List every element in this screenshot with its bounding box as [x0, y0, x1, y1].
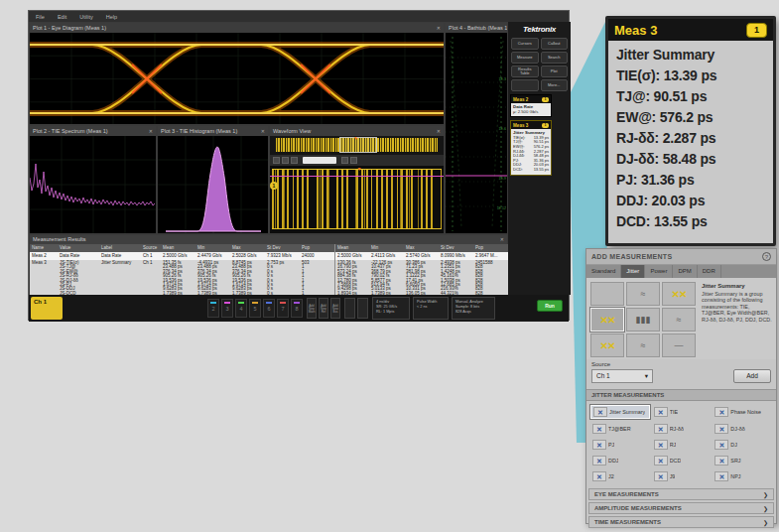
- table-row[interactable]: Meas 3JS-TIE(σ) JS-TJ@ JS-EW@ JS-RJ-δδ J…: [30, 260, 507, 296]
- toolbar-button[interactable]: [341, 157, 348, 164]
- close-icon[interactable]: ✕: [437, 126, 441, 136]
- close-icon[interactable]: ✕: [149, 126, 153, 136]
- add-new-math-button[interactable]: Add New Math: [307, 298, 317, 319]
- plot-title-bar[interactable]: Plot 1 - Eye Diagram (Meas 1) ✕: [30, 23, 444, 33]
- thumbnail-tile[interactable]: ≈: [662, 308, 696, 332]
- toolbar-button[interactable]: [291, 157, 298, 164]
- toolbar-button[interactable]: [282, 157, 289, 164]
- meas-item-dcd[interactable]: ✕DCD: [652, 455, 712, 466]
- channel-1-badge[interactable]: Ch 1: [31, 297, 63, 320]
- svg-text:1E-3: 1E-3: [499, 77, 506, 81]
- cursors-button[interactable]: Cursors: [511, 38, 539, 50]
- more-button[interactable]: More...: [541, 79, 569, 91]
- meas-item-dj[interactable]: ✕DJ: [713, 439, 772, 451]
- ch1-waveform-handle[interactable]: 1: [270, 182, 278, 190]
- source-dropdown[interactable]: Ch 1 ▾: [591, 369, 653, 383]
- plot-button[interactable]: Plot: [541, 66, 569, 77]
- horizontal-badge[interactable]: 4 ns/div SR: 25 GS/s RL: 1 Mpts: [372, 297, 410, 320]
- channel-4-button[interactable]: 4: [235, 299, 247, 318]
- plot-title-bar[interactable]: Waveform View ✕: [270, 126, 444, 136]
- search-button[interactable]: Search: [541, 52, 569, 64]
- acquisition-badge[interactable]: Manual, Analyze Sample: 8 bits 828 Acqs: [452, 297, 495, 320]
- waveform-main-area[interactable]: 1 ▼: [270, 166, 444, 233]
- utility-button[interactable]: [344, 298, 355, 319]
- thumbnail-tile-selected[interactable]: ✕✕: [590, 308, 624, 332]
- menu-file[interactable]: File: [36, 14, 45, 20]
- results-header-row: NameValue LabelSource MeanMin MaxSt Dev …: [30, 244, 507, 252]
- help-icon[interactable]: ?: [762, 252, 771, 261]
- source-value: Ch 1: [596, 370, 610, 382]
- toolbar-button[interactable]: [350, 157, 357, 164]
- meas-item-ddj[interactable]: ✕DDJ: [590, 455, 650, 466]
- thumbnail-tile-eye[interactable]: ✕✕: [590, 333, 624, 357]
- callout-button[interactable]: Callout: [541, 38, 569, 50]
- results-title-bar[interactable]: Measurement Results ✕: [30, 235, 507, 244]
- add-new-ref-button[interactable]: Add New Ref: [319, 298, 328, 319]
- meas-item-j9[interactable]: ✕J9: [652, 470, 712, 482]
- channel-2-button[interactable]: 2: [207, 299, 219, 318]
- meas-item-j2[interactable]: ✕J2: [590, 470, 650, 482]
- tab-dpm[interactable]: DPM: [673, 265, 697, 278]
- plot-title-bar[interactable]: Plot 2 - TIE Spectrum (Meas 1) ✕: [30, 126, 156, 136]
- meas-item-rj[interactable]: ✕RJ: [652, 439, 712, 451]
- section-eye-measurements[interactable]: EYE MEASUREMENTS❯: [588, 488, 774, 500]
- meas-item-jitter-summary[interactable]: ✕Jitter Summary: [590, 405, 650, 419]
- thumbnail-tile[interactable]: [590, 282, 624, 306]
- utility-button[interactable]: [357, 298, 368, 319]
- plot-title-bar[interactable]: Plot 4 - Bathtub (Meas 1) ✕: [446, 23, 507, 33]
- add-new-bus-button[interactable]: Add New Bus: [330, 298, 340, 319]
- close-icon[interactable]: ✕: [500, 235, 504, 244]
- meas-item-pj[interactable]: ✕PJ: [590, 439, 650, 451]
- meas3-badge[interactable]: Meas 3 1 Jitter Summary TIE(σ):13.39 ps …: [510, 120, 552, 175]
- menu-help[interactable]: Help: [106, 14, 117, 20]
- channel-3-button[interactable]: 3: [221, 299, 233, 318]
- channel-5-button[interactable]: 5: [249, 299, 261, 318]
- thumbnail-tile[interactable]: —: [662, 333, 696, 357]
- chevron-right-icon: ❯: [763, 519, 768, 526]
- table-row[interactable]: Meas 2Data Rate Data RateCh 1 2.5000 Gb/…: [30, 252, 507, 260]
- meas-item-phase-noise[interactable]: ✕Phase Noise: [713, 405, 772, 419]
- section-time-measurements[interactable]: TIME MEASUREMENTS❯: [588, 516, 774, 528]
- meas-item-srj[interactable]: ✕SRJ: [713, 455, 772, 466]
- close-icon[interactable]: ✕: [437, 23, 441, 33]
- measurement-icon: ✕: [654, 407, 668, 417]
- channel-6-button[interactable]: 6: [263, 299, 275, 318]
- channel-7-button[interactable]: 7: [277, 299, 289, 318]
- tab-jitter[interactable]: Jitter: [621, 265, 645, 278]
- tab-bar: Standard Jitter Power DPM DDR: [586, 265, 776, 278]
- thumbnail-tile[interactable]: ▮▮▮: [626, 308, 660, 332]
- thumbnail-tile[interactable]: ≈: [626, 282, 660, 306]
- svg-text:1E-6: 1E-6: [499, 127, 506, 131]
- meas-item-tj-ber[interactable]: ✕TJ@BER: [590, 423, 650, 435]
- meas-item-tie[interactable]: ✕TIE: [652, 405, 712, 419]
- meas-item-npj[interactable]: ✕NPJ: [713, 470, 772, 482]
- run-button[interactable]: Run: [537, 300, 563, 312]
- plot-title-bar[interactable]: Plot 3 - TIE Histogram (Meas 1) ✕: [158, 126, 268, 136]
- add-measurements-panel: ADD MEASUREMENTS ? Standard Jitter Power…: [585, 248, 777, 524]
- callout-measurement-name: Jitter Summary: [616, 45, 765, 66]
- measure-button[interactable]: Measure: [511, 52, 539, 64]
- add-button[interactable]: Add: [733, 369, 771, 383]
- tab-standard[interactable]: Standard: [586, 265, 621, 278]
- results-table-button[interactable]: Results Table: [511, 66, 539, 77]
- menu-edit[interactable]: Edit: [58, 14, 66, 20]
- meas-item-rj-dd[interactable]: ✕RJ-δδ: [652, 423, 712, 435]
- waveform-overview[interactable]: ▼: [270, 136, 444, 155]
- close-icon[interactable]: ✕: [261, 126, 265, 136]
- trigger-position-icon[interactable]: ▼: [353, 136, 358, 141]
- menu-utility[interactable]: Utility: [79, 14, 92, 20]
- thumbnail-tile-eye[interactable]: ✕✕: [662, 282, 696, 306]
- toolbar-button[interactable]: [273, 157, 280, 164]
- thumbnail-tile[interactable]: ≈: [626, 333, 660, 357]
- zoom-selection-window[interactable]: [339, 137, 377, 153]
- tab-power[interactable]: Power: [645, 265, 673, 278]
- badge-measurement-value: μ: 2.500 Gb/s: [513, 109, 549, 114]
- tab-ddr[interactable]: DDR: [698, 265, 721, 278]
- draw-a-box-icon[interactable]: [511, 79, 539, 91]
- section-amplitude-measurements[interactable]: AMPLITUDE MEASUREMENTS❯: [588, 502, 774, 514]
- trigger-badge[interactable]: Pulse Width < 2 ns: [413, 297, 449, 320]
- section-jitter-measurements[interactable]: JITTER MEASUREMENTS: [586, 389, 776, 401]
- meas2-badge[interactable]: Meas 2 1 Data Rate μ: 2.500 Gb/s: [510, 94, 552, 117]
- meas-item-dj-dd[interactable]: ✕DJ-δδ: [713, 423, 772, 435]
- channel-8-button[interactable]: 8: [291, 299, 303, 318]
